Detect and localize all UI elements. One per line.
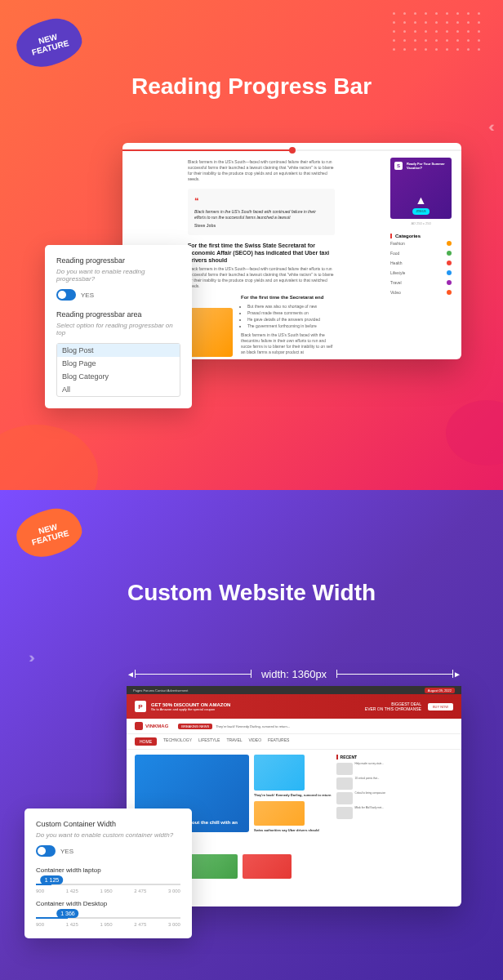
arrow-left-icon: ◄ (127, 670, 135, 679)
settings-panel-width: Custom Container Width Do you want to en… (24, 808, 192, 938)
toggle-progressbar[interactable]: YES (56, 289, 180, 301)
categories-widget: Categories Fashion Food Health Lifestyle… (390, 234, 452, 297)
recent-item[interactable]: Critical to being compassion (336, 792, 414, 804)
decorative-dots (393, 12, 491, 57)
grid-article[interactable] (254, 801, 305, 826)
category-item[interactable]: Health (390, 258, 452, 268)
recent-sidebar: RECENT Help reader survey state... 10 cr… (336, 755, 414, 833)
promo-banner: P GET 50% DISCOUNT ON AMAZON Go to Amazo… (127, 694, 461, 719)
recent-item[interactable]: 10 critical points that... (336, 777, 414, 790)
popular-article[interactable] (243, 854, 292, 879)
nav-lifestyle[interactable]: LIFESTYLE (198, 737, 220, 746)
category-item[interactable]: Video (390, 287, 452, 297)
recent-item[interactable]: Help reader survey state... (336, 763, 414, 775)
progressbar-area-select[interactable]: Blog Post Blog Page Blog Category All (56, 343, 180, 397)
chevron-decoration: ››› (29, 649, 31, 666)
slider-desktop-width[interactable]: 1 366 (36, 917, 180, 919)
width-indicator: ◄ width: 1360px ► (127, 668, 461, 680)
category-item[interactable]: Food (390, 248, 452, 258)
slider-laptop-width[interactable]: 1 125 (36, 884, 180, 885)
nav-home[interactable]: HOME (135, 737, 157, 746)
quote-icon: ❝ (194, 195, 328, 207)
section-title: Reading Progress Bar (0, 74, 503, 100)
nav-technology[interactable]: TECHNOLOGY (163, 737, 192, 746)
article-intro: Black farmers in the US's South—faced wi… (188, 159, 335, 182)
ad-join-button[interactable]: JOIN US (412, 208, 430, 215)
decorative-blob (446, 400, 503, 466)
decorative-blob (0, 425, 98, 490)
popular-article[interactable] (189, 854, 238, 879)
arrow-right-icon: ► (453, 670, 461, 679)
toggle-custom-width[interactable]: YES (36, 845, 180, 857)
buy-now-button[interactable]: BUY NOW (428, 703, 453, 710)
ad-arrow-icon: ▲ (416, 194, 427, 207)
sidebar-ad: S Ready For Your Summer Vacation? ▲ JOIN… (390, 158, 452, 297)
section-title: Custom Website Width (0, 580, 503, 606)
bullet-list: But there was also no shortage of new Pr… (247, 304, 335, 329)
new-feature-badge: NEW FEATURE (11, 503, 87, 564)
article-heading: For the first time the Swiss State Secre… (188, 242, 335, 264)
progress-bar-fill (122, 149, 292, 151)
category-item[interactable]: Fashion (390, 238, 452, 248)
top-bar: Pages Forums Contact Advertisement Augus… (127, 686, 461, 694)
logo-bar: VINKMAG BREAKING NEWS They're back! Kenn… (127, 719, 461, 734)
main-nav: HOME TECHNOLOGY LIFESTYLE TRAVEL VIDEO F… (127, 734, 461, 750)
ad-logo-s: S (394, 162, 403, 170)
category-item[interactable]: Lifestyle (390, 268, 452, 278)
chevron-decoration: ‹‹‹ (488, 118, 491, 136)
quote-box: ❝ Black farmers in the US's South faced … (188, 189, 335, 235)
nav-video[interactable]: VIDEO (249, 737, 262, 746)
settings-panel-progressbar: Reading progressbar Do you want to enabl… (45, 245, 192, 408)
site-logo-icon (135, 722, 143, 730)
section-custom-width: NEW FEATURE ››› Custom Website Width ◄ w… (0, 490, 503, 980)
nav-features[interactable]: FEATURES (268, 737, 289, 746)
recent-item[interactable]: Mbok the Mid Goofy met... (336, 807, 414, 819)
promo-logo-icon: P (135, 701, 146, 712)
new-feature-badge: NEW FEATURE (11, 13, 87, 74)
author-image (188, 308, 233, 357)
progress-bar-handle[interactable] (289, 147, 296, 154)
grid-article[interactable] (254, 755, 305, 791)
nav-travel[interactable]: TRAVEL (226, 737, 242, 746)
section-reading-progress: ‹‹‹ NEW FEATURE Reading Progress Bar Bla… (0, 0, 503, 490)
category-item[interactable]: Travel (390, 278, 452, 287)
